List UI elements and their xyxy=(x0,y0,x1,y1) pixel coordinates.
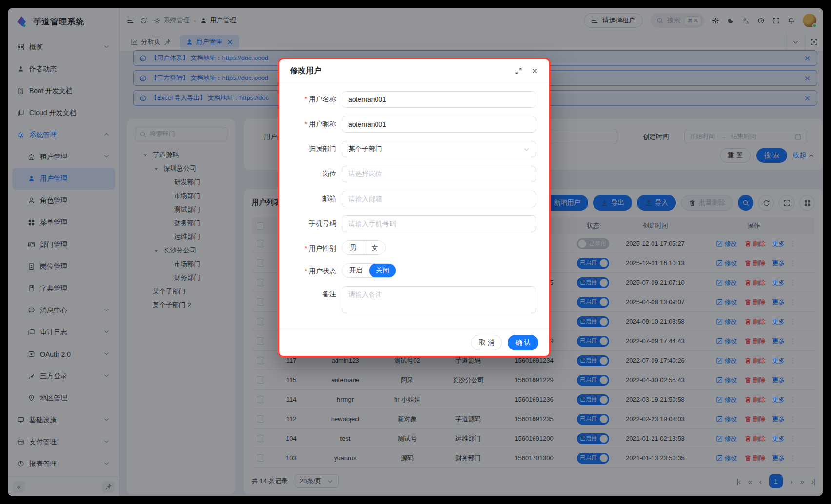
post-select[interactable]: 请选择岗位 xyxy=(342,166,536,182)
dept-select[interactable]: 某个子部门 xyxy=(342,141,536,157)
modal-close-icon[interactable] xyxy=(531,67,538,75)
modal-title: 修改用户 xyxy=(290,66,321,76)
remark-textarea[interactable] xyxy=(342,286,536,313)
mobile-input[interactable] xyxy=(342,215,536,232)
form-row-status: *用户状态开启关闭 xyxy=(279,263,536,278)
field-label: 手机号码 xyxy=(279,215,342,228)
field-label: 岗位 xyxy=(279,166,342,178)
email-input[interactable] xyxy=(342,191,536,207)
gender-option-1[interactable]: 女 xyxy=(364,241,385,254)
modal-header: 修改用户 xyxy=(279,59,549,82)
modal-body: *用户名称*用户昵称归属部门某个子部门岗位请选择岗位邮箱手机号码*用户性别男女*… xyxy=(279,82,549,325)
field-label: *用户名称 xyxy=(279,91,342,104)
status-segment: 开启关闭 xyxy=(342,263,396,278)
field-label: *用户性别 xyxy=(279,240,342,253)
form-row-remark: 备注 xyxy=(279,286,536,315)
field-label: 邮箱 xyxy=(279,191,342,203)
modal-footer: 取 消 确 认 xyxy=(279,329,549,356)
field-label: 备注 xyxy=(279,286,342,299)
form-row-mobile: 手机号码 xyxy=(279,215,536,232)
status-option-0[interactable]: 开启 xyxy=(342,264,369,277)
app-window: 芋道管理系统 概览作者动态Boot 开发文档Cloud 开发文档系统管理租户管理… xyxy=(8,8,823,496)
field-label: *用户状态 xyxy=(279,263,342,276)
status-option-1[interactable]: 关闭 xyxy=(369,263,396,278)
form-row-post: 岗位请选择岗位 xyxy=(279,166,536,182)
chevron-down-icon xyxy=(523,146,530,153)
modal-maximize-icon[interactable] xyxy=(515,67,522,75)
confirm-button[interactable]: 确 认 xyxy=(508,335,538,350)
cancel-button[interactable]: 取 消 xyxy=(471,335,502,350)
form-row-nickname: *用户昵称 xyxy=(279,116,536,133)
form-row-email: 邮箱 xyxy=(279,191,536,207)
form-row-username: *用户名称 xyxy=(279,91,536,108)
form-row-dept: 归属部门某个子部门 xyxy=(279,141,536,157)
edit-user-modal: 修改用户 *用户名称*用户昵称归属部门某个子部门岗位请选择岗位邮箱手机号码*用户… xyxy=(278,58,551,357)
form-row-gender: *用户性别男女 xyxy=(279,240,536,255)
gender-segment: 男女 xyxy=(342,240,386,255)
username-input[interactable] xyxy=(342,91,536,108)
field-label: 归属部门 xyxy=(279,141,342,154)
field-label: *用户昵称 xyxy=(279,116,342,129)
nickname-input[interactable] xyxy=(342,116,536,133)
gender-option-0[interactable]: 男 xyxy=(342,241,364,254)
